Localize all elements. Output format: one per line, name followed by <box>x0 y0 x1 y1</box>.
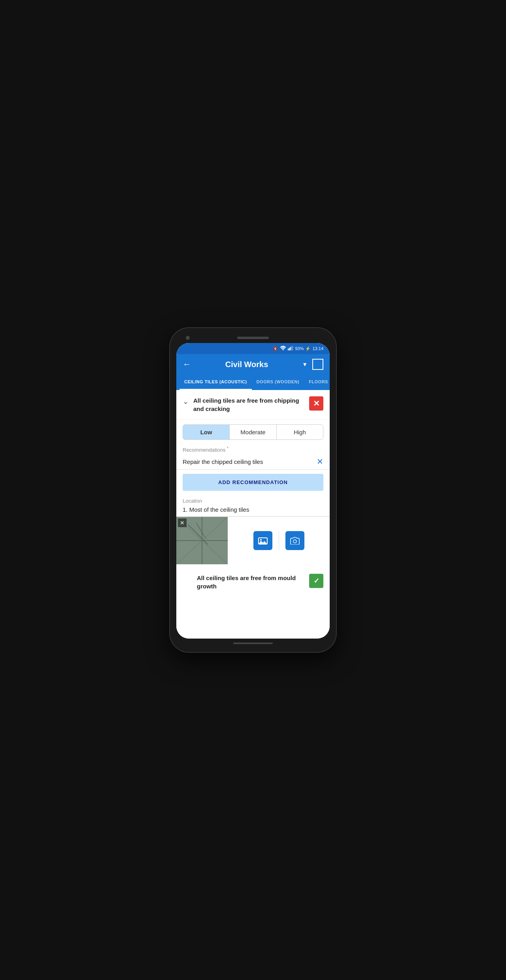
check-icon: ✓ <box>313 577 319 585</box>
mute-icon: 🔇 <box>273 346 278 351</box>
image-action-buttons <box>228 517 330 564</box>
svg-point-19 <box>293 540 296 543</box>
severity-moderate[interactable]: Moderate <box>230 425 276 439</box>
severity-low[interactable]: Low <box>183 425 230 439</box>
camera-button[interactable] <box>285 531 304 550</box>
battery-icon: ⚡ <box>305 346 311 351</box>
svg-point-0 <box>283 350 283 351</box>
recommendations-label: Recommendations * <box>176 445 330 454</box>
app-title: Civil Works <box>196 360 297 369</box>
chevron-up-icon[interactable]: ⌄ <box>183 397 189 406</box>
divider <box>279 531 279 550</box>
status-bar: 🔇 <box>176 343 330 354</box>
svg-rect-4 <box>291 346 292 351</box>
tab-ceiling-tiles[interactable]: CEILING TILES (ACOUSTIC) <box>179 375 252 390</box>
image-area: ✕ <box>176 516 330 564</box>
location-value: 1. Most of the ceiling tiles <box>176 505 330 516</box>
clock: 13:14 <box>312 346 323 351</box>
image-thumbnail: ✕ <box>176 517 228 564</box>
add-recommendation-button[interactable]: ADD RECOMMENDATION <box>183 474 323 491</box>
svg-rect-5 <box>293 346 293 350</box>
svg-rect-2 <box>289 348 290 350</box>
recommendation-item: Repair the chipped ceiling tiles ✕ <box>176 454 330 470</box>
speaker-bar <box>237 337 269 339</box>
tabs-bar: CEILING TILES (ACOUSTIC) DOORS (WOODEN) … <box>176 375 330 390</box>
severity-high[interactable]: High <box>277 425 323 439</box>
card-chipping-header: ⌄ All ceiling tiles are free from chippi… <box>176 390 330 420</box>
main-content: ⌄ All ceiling tiles are free from chippi… <box>176 390 330 639</box>
card-mould: All ceiling tiles are free from mould gr… <box>176 567 330 597</box>
tab-floors[interactable]: FLOORS <box>304 375 330 390</box>
x-icon: ✕ <box>313 399 320 408</box>
wifi-icon <box>280 346 286 351</box>
severity-selector: Low Moderate High <box>183 424 323 440</box>
card-chipping-title: All ceiling tiles are free from chipping… <box>193 396 304 413</box>
recommendation-text: Repair the chipped ceiling tiles <box>183 458 313 465</box>
signal-icon <box>288 346 293 351</box>
card-mould-header: All ceiling tiles are free from mould gr… <box>176 567 330 597</box>
battery-percent: 93% <box>295 346 304 351</box>
fail-button[interactable]: ✕ <box>309 396 323 411</box>
svg-marker-17 <box>259 541 267 544</box>
svg-point-18 <box>260 539 262 541</box>
svg-rect-1 <box>288 349 289 350</box>
svg-rect-3 <box>290 347 291 350</box>
gallery-button[interactable] <box>253 531 272 550</box>
tab-doors[interactable]: DOORS (WOODEN) <box>252 375 304 390</box>
remove-image-button[interactable]: ✕ <box>178 518 187 527</box>
clear-recommendation-icon[interactable]: ✕ <box>317 457 323 466</box>
back-button[interactable]: ← <box>183 359 191 369</box>
app-bar: ← Civil Works ▼ <box>176 354 330 375</box>
camera-dot <box>186 336 190 340</box>
card-chipping: ⌄ All ceiling tiles are free from chippi… <box>176 390 330 564</box>
dropdown-icon[interactable]: ▼ <box>302 361 308 368</box>
card-mould-title: All ceiling tiles are free from mould gr… <box>197 574 304 590</box>
square-button[interactable] <box>312 359 323 370</box>
pass-button[interactable]: ✓ <box>309 574 323 588</box>
home-bar <box>233 643 273 644</box>
location-label: Location <box>176 495 330 505</box>
